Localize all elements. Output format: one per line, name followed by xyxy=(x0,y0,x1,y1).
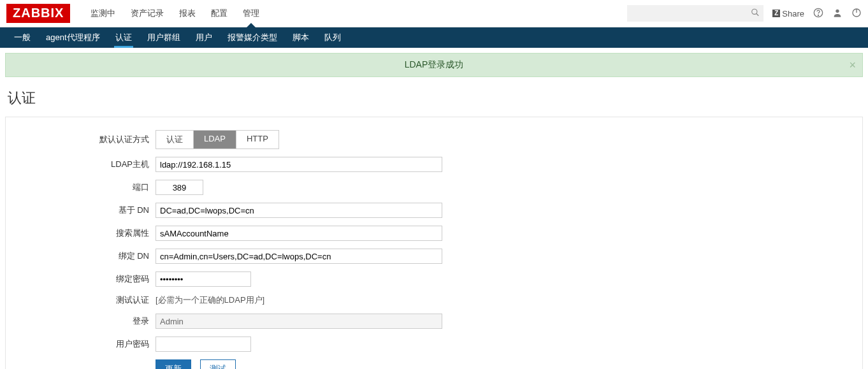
alert-close-icon[interactable]: × xyxy=(849,59,856,72)
subnav-usergroups[interactable]: 用户群组 xyxy=(140,27,188,48)
topnav-config[interactable]: 配置 xyxy=(203,0,235,27)
topnav-label: 报表 xyxy=(179,8,196,19)
svg-point-4 xyxy=(835,9,839,12)
label-base-dn: 基于 DN xyxy=(12,205,156,216)
subnav-label: 用户 xyxy=(196,32,212,43)
help-icon[interactable] xyxy=(813,8,823,20)
label-ldap-host: LDAP主机 xyxy=(12,159,156,170)
share-button[interactable]: Z Share xyxy=(772,9,804,18)
label-test-auth: 测试认证 xyxy=(12,294,156,306)
top-bar: ZABBIX 监测中 资产记录 报表 配置 管理 Z Share xyxy=(0,0,868,27)
form-card: 默认认证方式 认证 LDAP HTTP LDAP主机 端口 基于 DN xyxy=(5,117,863,369)
topnav-monitoring[interactable]: 监测中 xyxy=(83,0,123,27)
success-alert: LDAP登录成功 × xyxy=(5,53,863,77)
alert-text: LDAP登录成功 xyxy=(405,59,464,69)
label-bind-dn: 绑定 DN xyxy=(12,250,156,262)
bind-dn-input[interactable] xyxy=(156,249,442,264)
user-pw-input[interactable] xyxy=(156,336,251,352)
subnav-queue[interactable]: 队列 xyxy=(317,27,349,48)
subnav-mediatypes[interactable]: 报警媒介类型 xyxy=(220,27,285,48)
subnav-users[interactable]: 用户 xyxy=(188,27,220,48)
top-right-controls: Z Share xyxy=(627,5,862,22)
label-user-pw: 用户密码 xyxy=(12,338,156,350)
search-icon[interactable] xyxy=(751,8,760,19)
label-search-attr: 搜索属性 xyxy=(12,228,156,239)
share-z-icon: Z xyxy=(772,10,780,17)
search-attr-input[interactable] xyxy=(156,226,442,241)
test-auth-helper: [必需为一个正确的LDAP用户] xyxy=(156,295,264,305)
bind-pw-input[interactable] xyxy=(156,271,251,287)
sub-nav: 一般 agent代理程序 认证 用户群组 用户 报警媒介类型 脚本 队列 xyxy=(0,27,868,48)
topnav-label: 管理 xyxy=(243,8,259,19)
svg-line-1 xyxy=(756,13,759,16)
user-icon[interactable] xyxy=(832,8,843,20)
label-bind-pw: 绑定密码 xyxy=(12,273,156,285)
subnav-label: 报警媒介类型 xyxy=(228,32,277,43)
login-input xyxy=(156,314,442,329)
opt-label: LDAP xyxy=(204,134,226,143)
subnav-label: agent代理程序 xyxy=(46,32,100,43)
logo: ZABBIX xyxy=(6,4,70,23)
subnav-proxies[interactable]: agent代理程序 xyxy=(38,27,108,48)
auth-option-internal[interactable]: 认证 xyxy=(156,131,194,148)
svg-point-3 xyxy=(818,15,818,15)
subnav-label: 脚本 xyxy=(293,32,309,43)
port-input[interactable] xyxy=(156,180,203,195)
auth-option-ldap[interactable]: LDAP xyxy=(194,131,236,148)
search-input[interactable] xyxy=(627,5,763,22)
opt-label: 认证 xyxy=(166,134,183,144)
label-default-auth: 默认认证方式 xyxy=(12,134,156,145)
subnav-label: 认证 xyxy=(115,32,132,43)
topnav-label: 资产记录 xyxy=(131,8,164,19)
subnav-general[interactable]: 一般 xyxy=(6,27,38,48)
action-row: 更新 测试 xyxy=(156,359,856,369)
topnav-label: 监测中 xyxy=(90,8,115,19)
subnav-scripts[interactable]: 脚本 xyxy=(285,27,317,48)
subnav-auth[interactable]: 认证 xyxy=(108,27,140,48)
ldap-host-input[interactable] xyxy=(156,157,442,172)
topnav-reports[interactable]: 报表 xyxy=(171,0,203,27)
svg-point-0 xyxy=(752,9,757,14)
update-button[interactable]: 更新 xyxy=(156,359,191,369)
top-nav: 监测中 资产记录 报表 配置 管理 xyxy=(83,0,267,27)
topnav-inventory[interactable]: 资产记录 xyxy=(123,0,171,27)
update-label: 更新 xyxy=(165,364,182,369)
subnav-label: 一般 xyxy=(14,32,31,43)
default-auth-group: 认证 LDAP HTTP xyxy=(156,130,279,149)
label-login: 登录 xyxy=(12,315,156,327)
auth-option-http[interactable]: HTTP xyxy=(236,131,278,148)
label-port: 端口 xyxy=(12,182,156,193)
page-title: 认证 xyxy=(8,89,860,108)
opt-label: HTTP xyxy=(247,134,268,143)
search-box xyxy=(627,5,763,22)
logout-icon[interactable] xyxy=(851,8,862,20)
topnav-label: 配置 xyxy=(211,8,228,19)
body-area: LDAP登录成功 × 认证 默认认证方式 认证 LDAP HTTP LDAP主机… xyxy=(0,48,868,369)
base-dn-input[interactable] xyxy=(156,203,442,218)
share-label: Share xyxy=(782,9,804,18)
subnav-label: 用户群组 xyxy=(147,32,180,43)
test-button[interactable]: 测试 xyxy=(200,359,236,369)
subnav-label: 队列 xyxy=(324,32,341,43)
topnav-admin[interactable]: 管理 xyxy=(235,0,267,27)
test-label: 测试 xyxy=(210,364,226,369)
